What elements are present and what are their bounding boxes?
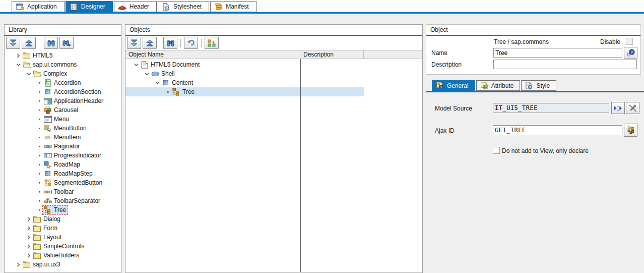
tree-item-content: Dialog: [32, 215, 62, 224]
tree-item-content: Shell: [150, 70, 176, 78]
collapse-all-button[interactable]: [22, 37, 36, 49]
carousel-icon: [43, 106, 52, 114]
leaf-bullet: [36, 82, 43, 84]
expand-all-button[interactable]: [6, 37, 20, 49]
leaf-bullet: [164, 91, 171, 93]
chevron-down-icon[interactable]: [15, 63, 22, 67]
tree-item-menu[interactable]: Menu: [5, 115, 121, 124]
help-button[interactable]: ?: [624, 47, 637, 59]
generate-button[interactable]: [205, 37, 219, 49]
ajax-id-input[interactable]: [493, 125, 622, 135]
name-input[interactable]: [493, 48, 622, 58]
find-button[interactable]: [163, 37, 177, 49]
tree-item-shell[interactable]: Shell: [125, 69, 364, 78]
folder-open-icon: [33, 70, 41, 78]
tree-item-menuitem[interactable]: MenuItem: [5, 133, 121, 142]
tree-item-layout[interactable]: Layout: [5, 233, 121, 242]
tree-item-sap-ui-ux3[interactable]: sap.ui.ux3: [5, 260, 121, 269]
chevron-down-icon[interactable]: [25, 72, 32, 76]
collapse-all-button[interactable]: [143, 37, 157, 49]
tab-attribute[interactable]: Attribute: [476, 80, 521, 91]
tree-item-content: ToolbarSeparator: [43, 197, 102, 205]
tree-item-sap-ui-commons[interactable]: sap.ui.commons: [5, 60, 121, 69]
tree-item-label: Complex: [43, 70, 67, 77]
tree-item-simplecontrols[interactable]: SimpleControls: [5, 242, 121, 251]
library-toolbar: [5, 36, 121, 50]
declare-checkbox-label: Do not add to View, only declare: [502, 147, 589, 154]
declare-checkbox[interactable]: [493, 147, 500, 154]
tree-item-paginator[interactable]: Paginator: [5, 142, 121, 151]
tree-item-toolbar[interactable]: Toolbar: [5, 187, 121, 196]
tab-label: Manifest: [226, 3, 248, 10]
chevron-right-icon[interactable]: [25, 235, 32, 240]
find-icon: [166, 39, 175, 47]
chevron-right-icon[interactable]: [15, 53, 22, 58]
chevron-right-icon[interactable]: [25, 226, 32, 231]
segmented-button-icon: [43, 179, 52, 187]
column-header-object-name[interactable]: Object Name: [125, 50, 300, 59]
model-source-input[interactable]: [493, 103, 609, 113]
tree-item-html5-document[interactable]: HTML5 Document: [125, 60, 364, 69]
tree-item-menubutton[interactable]: MenuButton: [5, 124, 121, 133]
tab-header[interactable]: Header: [114, 1, 157, 12]
tree-item-accordionsection[interactable]: AccordionSection: [5, 87, 121, 96]
tree-item-complex[interactable]: Complex: [5, 69, 121, 78]
tab-designer[interactable]: Designer: [66, 1, 113, 12]
tree-item-tree[interactable]: Tree: [5, 205, 121, 214]
chevron-down-icon[interactable]: [154, 81, 161, 85]
description-input[interactable]: [493, 60, 637, 69]
tree-item-applicationheader[interactable]: ApplicationHeader: [5, 96, 121, 105]
tree-item-roadmap[interactable]: RoadMap: [5, 160, 121, 169]
tree-item-segmentedbutton[interactable]: SegmentedButton: [5, 178, 121, 187]
tree-item-progressindicator[interactable]: ProgressIndicator: [5, 151, 121, 160]
navigate-button[interactable]: [611, 102, 625, 114]
tree-item-label: Tree: [182, 88, 195, 95]
tree-item-dialog[interactable]: Dialog: [5, 214, 121, 224]
no-edit-button[interactable]: [626, 102, 639, 114]
tree-item-accordion[interactable]: Accordion: [5, 78, 121, 87]
choose-button[interactable]: [624, 124, 637, 137]
leaf-bullet: [36, 109, 43, 112]
tree-item-toolbarseparator[interactable]: ToolbarSeparator: [5, 196, 121, 205]
tab-general[interactable]: 1General: [432, 80, 475, 91]
manifest-icon: [214, 3, 223, 11]
expand-all-button[interactable]: [127, 37, 141, 49]
column-separator[interactable]: [300, 59, 301, 272]
tree-item-html5[interactable]: HTML5: [5, 51, 121, 60]
menu-item-icon: [43, 133, 52, 141]
tree-item-form[interactable]: Form: [5, 224, 121, 233]
no-edit-icon: [628, 104, 637, 112]
tree-item-content: Content: [161, 79, 195, 87]
chevron-right-icon[interactable]: [25, 244, 32, 249]
folder-icon: [33, 242, 41, 250]
tab-application[interactable]: Application: [12, 1, 65, 12]
chevron-right-icon[interactable]: [25, 217, 32, 222]
property-tabs-underline: [426, 91, 644, 92]
collapse-all-icon: [146, 39, 154, 47]
tree-item-valueholders[interactable]: ValueHolders: [5, 251, 121, 260]
column-header-description[interactable]: Description: [300, 50, 364, 59]
tab-stylesheet[interactable]: Stylesheet: [158, 1, 209, 12]
tree-item-carousel[interactable]: Carousel: [5, 105, 121, 115]
application-icon: [16, 3, 24, 11]
tab-style[interactable]: Style: [521, 80, 556, 91]
library-tree: HTML5sap.ui.commonsComplexAccordionAccor…: [5, 50, 121, 269]
tree-item-content: HTML5: [22, 51, 54, 60]
find-next-button[interactable]: [59, 37, 74, 49]
chevron-right-icon[interactable]: [25, 253, 32, 258]
tree-item-roadmapstep[interactable]: RoadMapStep: [5, 169, 121, 178]
tree-item-content: Form: [32, 224, 59, 233]
tree-item-label: Accordion: [54, 79, 81, 86]
folder-icon: [22, 260, 31, 268]
tree-item-content[interactable]: Content: [125, 78, 364, 87]
find-button[interactable]: [44, 37, 58, 49]
chevron-down-icon[interactable]: [133, 63, 140, 67]
tree-item-tree[interactable]: Tree: [125, 87, 364, 96]
tab-manifest[interactable]: Manifest: [210, 1, 256, 12]
tree-item-content: HTML5 Document: [140, 61, 201, 69]
chevron-right-icon[interactable]: [15, 262, 22, 267]
disable-checkbox[interactable]: [626, 38, 633, 45]
undo-icon: [187, 39, 196, 47]
undo-button[interactable]: [184, 37, 198, 49]
chevron-down-icon[interactable]: [143, 72, 150, 76]
